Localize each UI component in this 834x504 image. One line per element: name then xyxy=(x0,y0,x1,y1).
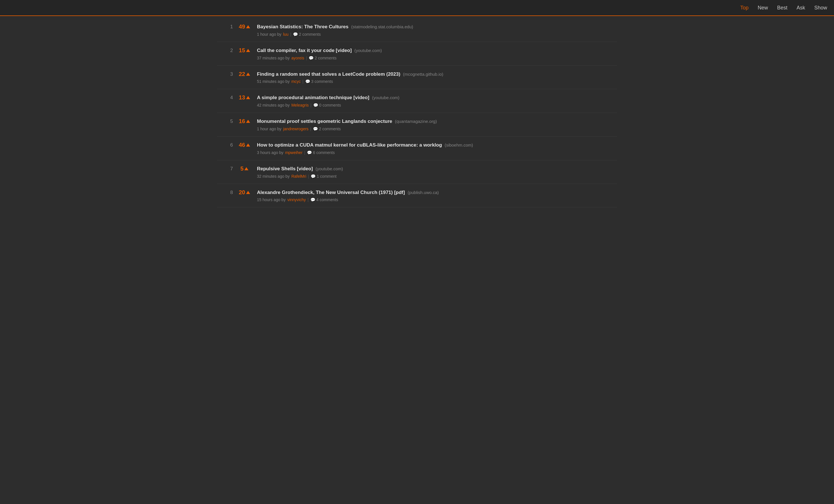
comment-icon: 💬 xyxy=(313,127,318,131)
nav-item-new[interactable]: New xyxy=(758,5,768,11)
story-time: 1 hour ago by xyxy=(257,127,282,131)
upvote-arrow-icon[interactable] xyxy=(246,191,250,194)
story-author[interactable]: vinnyvichy xyxy=(287,198,306,202)
upvote-arrow-icon[interactable] xyxy=(246,49,250,52)
story-author[interactable]: mpweiher xyxy=(285,150,303,155)
upvote-arrow-icon[interactable] xyxy=(246,120,250,123)
nav-item-best[interactable]: Best xyxy=(777,5,787,11)
story-author[interactable]: jandrewrogers xyxy=(283,127,309,131)
nav-item-show[interactable]: Show xyxy=(814,5,827,11)
meta-separator: | xyxy=(308,198,309,202)
comment-count: 6 comments xyxy=(313,150,335,155)
story-title[interactable]: A simple procedural animation technique … xyxy=(257,94,610,101)
story-meta: 32 minutes ago by RafelMri | 💬 1 comment xyxy=(257,174,610,179)
meta-separator: | xyxy=(308,174,309,179)
comment-count: 2 comments xyxy=(319,127,341,131)
story-vote[interactable]: 46 xyxy=(236,142,253,148)
story-vote[interactable]: 13 xyxy=(236,94,253,101)
comment-icon: 💬 xyxy=(311,174,315,179)
story-vote[interactable]: 20 xyxy=(236,189,253,196)
story-title[interactable]: Monumental proof settles geometric Langl… xyxy=(257,118,610,125)
story-comments[interactable]: 💬 2 comments xyxy=(309,56,336,60)
upvote-arrow-icon[interactable] xyxy=(246,73,250,76)
comment-count: 4 comments xyxy=(316,198,338,202)
story-time: 42 minutes ago by xyxy=(257,103,289,108)
site-header: TopNewBestAskShow xyxy=(0,0,834,16)
story-title[interactable]: Finding a random seed that solves a Leet… xyxy=(257,71,610,78)
story-title[interactable]: Call the compiler, fax it your code [vid… xyxy=(257,47,610,54)
story-content: Call the compiler, fax it your code [vid… xyxy=(257,47,610,60)
story-meta: 1 hour ago by jandrewrogers | 💬 2 commen… xyxy=(257,127,610,131)
story-item: 8 20 Alexandre Grothendieck, The New Uni… xyxy=(217,184,617,208)
story-item: 5 16 Monumental proof settles geometric … xyxy=(217,113,617,137)
story-vote[interactable]: 15 xyxy=(236,47,253,54)
comment-count: 2 comments xyxy=(315,56,336,60)
comment-icon: 💬 xyxy=(307,150,312,155)
story-author[interactable]: mcyc xyxy=(291,79,301,84)
comment-icon: 💬 xyxy=(305,79,310,84)
story-title[interactable]: Repulsive Shells [video] (youtube.com) xyxy=(257,165,610,172)
upvote-arrow-icon[interactable] xyxy=(246,96,250,99)
story-author[interactable]: luu xyxy=(283,32,289,37)
story-rank: 3 xyxy=(224,71,233,77)
vote-count: 16 xyxy=(239,118,245,124)
main-nav: TopNewBestAskShow xyxy=(740,5,827,11)
vote-count: 22 xyxy=(239,71,245,77)
story-content: How to optimize a CUDA matmul kernel for… xyxy=(257,142,610,155)
comment-icon: 💬 xyxy=(313,103,318,108)
upvote-arrow-icon[interactable] xyxy=(246,143,250,146)
story-vote[interactable]: 22 xyxy=(236,71,253,77)
story-meta: 37 minutes ago by ayoreis | 💬 2 comments xyxy=(257,56,610,60)
nav-item-ask[interactable]: Ask xyxy=(796,5,805,11)
story-meta: 3 hours ago by mpweiher | 💬 6 comments xyxy=(257,150,610,155)
story-domain: (siboehm.com) xyxy=(445,142,473,147)
story-domain: (youtube.com) xyxy=(354,48,382,53)
story-title[interactable]: Alexandre Grothendieck, The New Universa… xyxy=(257,189,610,196)
vote-count: 15 xyxy=(239,47,245,54)
story-rank: 5 xyxy=(224,118,233,124)
story-title[interactable]: How to optimize a CUDA matmul kernel for… xyxy=(257,142,610,148)
meta-separator: | xyxy=(306,56,307,60)
comment-icon: 💬 xyxy=(310,198,315,202)
story-rank: 2 xyxy=(224,47,233,53)
story-content: Bayesian Statistics: The Three Cultures … xyxy=(257,23,610,37)
story-time: 37 minutes ago by xyxy=(257,56,289,60)
upvote-arrow-icon[interactable] xyxy=(244,167,248,170)
story-content: Alexandre Grothendieck, The New Universa… xyxy=(257,189,610,202)
story-author[interactable]: ayoreis xyxy=(291,56,304,60)
story-vote[interactable]: 16 xyxy=(236,118,253,124)
upvote-arrow-icon[interactable] xyxy=(246,25,250,28)
meta-separator: | xyxy=(310,127,311,131)
story-content: Finding a random seed that solves a Leet… xyxy=(257,71,610,84)
story-vote[interactable]: 5 xyxy=(236,165,253,172)
story-time: 15 hours ago by xyxy=(257,198,286,202)
story-comments[interactable]: 💬 2 comments xyxy=(313,127,341,131)
story-comments[interactable]: 💬 6 comments xyxy=(307,150,335,155)
story-author[interactable]: RafelMri xyxy=(291,174,306,179)
story-comments[interactable]: 💬 1 comment xyxy=(311,174,336,179)
story-domain: (statmodeling.stat.columbia.edu) xyxy=(351,24,413,29)
story-vote[interactable]: 49 xyxy=(236,23,253,30)
story-title[interactable]: Bayesian Statistics: The Three Cultures … xyxy=(257,23,610,30)
nav-item-top[interactable]: Top xyxy=(740,5,749,11)
story-rank: 8 xyxy=(224,189,233,196)
story-item: 7 5 Repulsive Shells [video] (youtube.co… xyxy=(217,160,617,184)
story-author[interactable]: Meleagris xyxy=(291,103,309,108)
story-comments[interactable]: 💬 0 comments xyxy=(313,103,341,108)
meta-separator: | xyxy=(310,103,311,108)
story-comments[interactable]: 💬 2 comments xyxy=(293,32,321,37)
vote-count: 13 xyxy=(239,94,245,101)
meta-separator: | xyxy=(290,32,291,37)
story-rank: 4 xyxy=(224,94,233,100)
vote-count: 5 xyxy=(240,165,243,172)
story-time: 51 minutes ago by xyxy=(257,79,289,84)
comment-count: 1 comment xyxy=(317,174,336,179)
story-content: Monumental proof settles geometric Langl… xyxy=(257,118,610,131)
story-item: 2 15 Call the compiler, fax it your code… xyxy=(217,42,617,66)
story-domain: (publish.uwo.ca) xyxy=(408,190,439,195)
meta-separator: | xyxy=(302,79,304,84)
story-comments[interactable]: 💬 3 comments xyxy=(305,79,333,84)
story-rank: 7 xyxy=(224,165,233,172)
story-time: 32 minutes ago by xyxy=(257,174,289,179)
story-comments[interactable]: 💬 4 comments xyxy=(310,198,338,202)
